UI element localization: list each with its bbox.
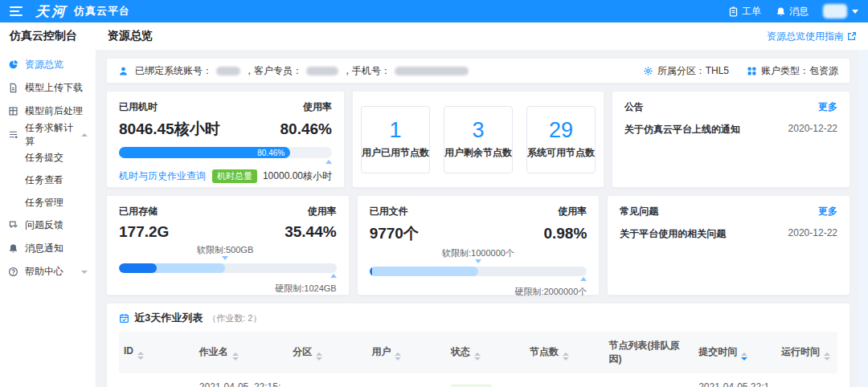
cell-nodes: 1 (525, 373, 604, 387)
faq-more-link[interactable]: 更多 (818, 205, 837, 218)
system-nodes-label: 系统可用节点数 (527, 146, 595, 160)
cell-job-name: 2021-04-05_22:15:03_fluent.sh (194, 373, 288, 387)
menu-toggle-icon[interactable] (10, 6, 23, 16)
sort-icon[interactable] (563, 352, 569, 361)
status-badge: 运行中 (451, 385, 492, 387)
second-bar: 仿真云控制台 资源总览 资源总览使用指南 (0, 22, 868, 50)
machine-hours-progress: 80.46% (119, 147, 332, 158)
sort-icon[interactable] (316, 352, 322, 361)
cell-id: 3063987 (119, 373, 194, 387)
sidebar-subitem-task-submit[interactable]: 任务提交 (0, 146, 96, 169)
dashboard-icon (8, 59, 18, 70)
sidebar-item-label: 模型上传下载 (25, 81, 83, 95)
remaining-nodes-box: 3 用户剩余节点数 (444, 106, 513, 173)
scrollbar-track[interactable] (858, 50, 868, 387)
system-nodes-value: 29 (549, 119, 573, 143)
sidebar-item-help-center[interactable]: 帮助中心 (0, 260, 96, 283)
total-marker-icon (326, 160, 332, 164)
col-id[interactable]: ID (119, 332, 194, 373)
announcement-item[interactable]: 关于仿真云平台上线的通知 (624, 123, 740, 136)
storage-title: 已用存储 (119, 205, 158, 218)
sort-icon[interactable] (395, 352, 401, 361)
jobs-table-title: 近3天作业列表 (134, 311, 203, 325)
col-partition[interactable]: 分区 (288, 332, 366, 373)
sidebar: 资源总览 模型上传下载 模型前后处理 任务求解计算 任务提交 任务查看 任务管理… (0, 50, 96, 387)
announcement-more-link[interactable]: 更多 (818, 100, 837, 114)
page-title: 资源总览 (96, 29, 153, 43)
storage-used-segment (119, 263, 157, 273)
sort-icon[interactable] (232, 352, 239, 361)
specialist-label: ，客户专员： (244, 64, 302, 78)
col-job-name[interactable]: 作业名 (194, 332, 288, 373)
main-content: 已绑定系统账号： ，客户专员： ，手机号： 所属分区：THL5 账户类型：包资源 (96, 50, 868, 387)
sidebar-item-notifications[interactable]: 消息通知 (0, 237, 96, 260)
sidebar-item-label: 模型前后处理 (25, 104, 83, 118)
sidebar-item-model-upload[interactable]: 模型上传下载 (0, 76, 96, 100)
clipboard-icon (728, 6, 739, 17)
cell-partition: TH_ES (288, 373, 366, 387)
bound-account-label: 已绑定系统账号： (135, 64, 212, 78)
history-query-link[interactable]: 机时与历史作业查询 (119, 169, 206, 183)
sidebar-subitem-label: 任务管理 (25, 196, 63, 210)
cell-user: liuyc (366, 373, 445, 387)
col-nodes[interactable]: 节点数 (525, 332, 604, 373)
guide-link[interactable]: 资源总览使用指南 (767, 30, 857, 43)
used-nodes-label: 用户已用节点数 (362, 146, 429, 160)
sidebar-subitem-label: 任务查看 (25, 173, 63, 187)
messages-label: 消息 (789, 5, 809, 18)
sort-icon[interactable] (137, 352, 144, 360)
messages-link[interactable]: 消息 (776, 5, 809, 18)
files-title: 已用文件 (370, 205, 408, 218)
sidebar-item-label: 资源总览 (25, 58, 63, 71)
external-link-icon (847, 31, 857, 41)
sidebar-item-label: 消息通知 (25, 242, 63, 255)
machine-hours-usage: 80.46% (280, 120, 332, 138)
sidebar-subitem-task-view[interactable]: 任务查看 (0, 169, 96, 191)
sidebar-item-task-compute[interactable]: 任务求解计算 (0, 123, 96, 146)
jobs-table-card: 近3天作业列表 （作业数: 2） ID 作业名 分区 用户 状态 节点数 节点列… (106, 303, 850, 387)
soft-limit-marker-icon (475, 259, 481, 263)
bell-icon (776, 6, 786, 17)
files-usage: 0.98% (543, 225, 587, 242)
hard-limit-marker-icon (330, 274, 337, 278)
node-stats-card: 1 用户已用节点数 3 用户剩余节点数 29 系统可用节点数 (352, 91, 604, 188)
col-submit-time[interactable]: 提交时间 (694, 332, 776, 373)
used-nodes-value: 1 (389, 119, 401, 143)
bell-icon (8, 243, 18, 254)
sort-icon[interactable] (474, 352, 481, 361)
col-run-time[interactable]: 运行时间 (776, 332, 837, 373)
document-icon (8, 83, 18, 93)
chevron-down-icon (852, 10, 858, 14)
total-hours-value: 10000.00核小时 (263, 169, 332, 183)
top-header: 天河 仿真云平台 工单 消息 (0, 0, 868, 22)
machine-hours-value: 8046.45核小时 (119, 119, 220, 140)
storage-hard-limit-label: 硬限制:1024GB (275, 283, 336, 295)
faq-date: 2020-12-22 (788, 227, 837, 241)
col-status[interactable]: 状态 (446, 332, 525, 373)
faq-item[interactable]: 关于平台使用的相关问题 (620, 227, 726, 241)
sidebar-item-resource-overview[interactable]: 资源总览 (0, 53, 96, 76)
sort-icon[interactable] (824, 352, 830, 361)
remaining-nodes-label: 用户剩余节点数 (444, 146, 512, 160)
sort-icon[interactable] (741, 352, 747, 361)
cell-node-list: cn34 (604, 373, 694, 387)
work-order-link[interactable]: 工单 (728, 5, 761, 18)
storage-soft-limit-label: 软限制:500GB (197, 244, 253, 256)
sidebar-item-model-processing[interactable]: 模型前后处理 (0, 100, 96, 123)
user-menu[interactable] (823, 4, 858, 18)
sidebar-item-feedback[interactable]: 问题反馈 (0, 214, 96, 237)
announcement-card: 公告 更多 关于仿真云平台上线的通知 2020-12-22 (612, 91, 850, 188)
col-user[interactable]: 用户 (366, 332, 445, 373)
storage-card: 已用存储 使用率 177.2G 35.44% 软限制:500GB 硬限制:102… (106, 195, 350, 295)
table-row[interactable]: 3063987 2021-04-05_22:15:03_fluent.sh TH… (119, 373, 837, 387)
files-value: 9770个 (370, 223, 419, 244)
storage-usage: 35.44% (285, 223, 336, 241)
faq-card: 常见问题 更多 关于平台使用的相关问题 2020-12-22 (607, 195, 850, 295)
remaining-nodes-value: 3 (472, 119, 484, 143)
sidebar-subitem-task-manage[interactable]: 任务管理 (0, 191, 96, 214)
grid-dots-icon (747, 66, 757, 76)
cell-status: 运行中 (446, 373, 525, 387)
storage-value: 177.2G (119, 223, 169, 241)
hard-limit-marker-icon (580, 277, 587, 281)
redacted-phone-value (395, 67, 469, 75)
